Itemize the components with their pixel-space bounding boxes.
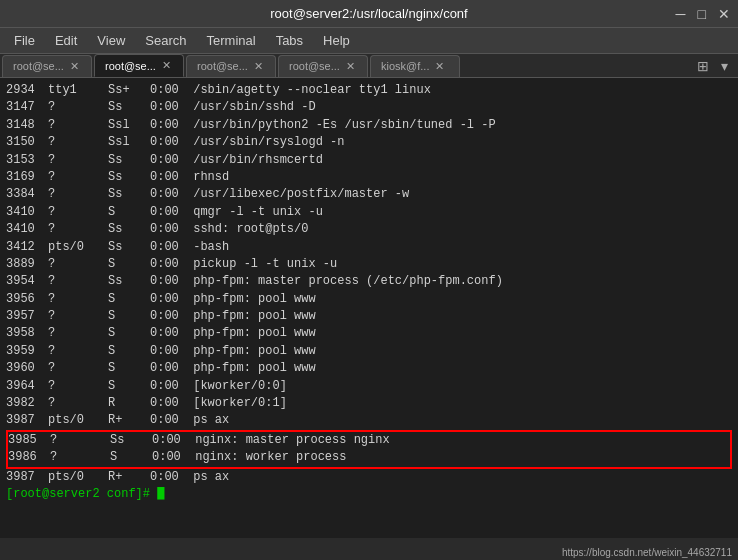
table-row: 3889 ? S 0:00 pickup -l -t unix -u xyxy=(6,256,732,273)
tab-4[interactable]: kiosk@f...✕ xyxy=(370,55,460,77)
tab-label-1: root@se... xyxy=(105,60,156,72)
title-bar: root@server2:/usr/local/nginx/conf ─ □ ✕ xyxy=(0,0,738,28)
table-row: 3956 ? S 0:00 php-fpm: pool www xyxy=(6,291,732,308)
table-row: 3985 ? Ss 0:00 nginx: master process ngi… xyxy=(8,432,730,449)
tab-close-2[interactable]: ✕ xyxy=(254,60,263,73)
terminal-prompt[interactable]: [root@server2 conf]# █ xyxy=(6,486,732,503)
table-row: 3959 ? S 0:00 php-fpm: pool www xyxy=(6,343,732,360)
table-row: 3412 pts/0 Ss 0:00 -bash xyxy=(6,239,732,256)
table-row: 3987 pts/0 R+ 0:00 ps ax xyxy=(6,469,732,486)
table-row: 3153 ? Ss 0:00 /usr/bin/rhsmcertd xyxy=(6,152,732,169)
tab-label-4: kiosk@f... xyxy=(381,60,429,72)
tab-bar: root@se...✕root@se...✕root@se...✕root@se… xyxy=(0,54,738,78)
maximize-button[interactable]: □ xyxy=(698,6,706,22)
table-row: 3148 ? Ssl 0:00 /usr/bin/python2 -Es /us… xyxy=(6,117,732,134)
new-tab-icon[interactable]: ⊞ xyxy=(693,56,713,76)
terminal-content[interactable]: 2934 tty1 Ss+ 0:00 /sbin/agetty --noclea… xyxy=(0,78,738,538)
tab-0[interactable]: root@se...✕ xyxy=(2,55,92,77)
menu-item-help[interactable]: Help xyxy=(313,30,360,51)
table-row: 3410 ? Ss 0:00 sshd: root@pts/0 xyxy=(6,221,732,238)
table-row: 3964 ? S 0:00 [kworker/0:0] xyxy=(6,378,732,395)
close-button[interactable]: ✕ xyxy=(718,6,730,22)
menu-bar: FileEditViewSearchTerminalTabsHelp xyxy=(0,28,738,54)
menu-item-tabs[interactable]: Tabs xyxy=(266,30,313,51)
minimize-button[interactable]: ─ xyxy=(676,6,686,22)
highlighted-section: 3985 ? Ss 0:00 nginx: master process ngi… xyxy=(6,430,732,469)
table-row: 3958 ? S 0:00 php-fpm: pool www xyxy=(6,325,732,342)
menu-item-view[interactable]: View xyxy=(87,30,135,51)
table-row: 3960 ? S 0:00 php-fpm: pool www xyxy=(6,360,732,377)
url-footer: https://blog.csdn.net/weixin_44632711 xyxy=(562,547,732,558)
tab-close-0[interactable]: ✕ xyxy=(70,60,79,73)
tab-close-4[interactable]: ✕ xyxy=(435,60,444,73)
tab-1[interactable]: root@se...✕ xyxy=(94,54,184,77)
tab-label-2: root@se... xyxy=(197,60,248,72)
table-row: 3982 ? R 0:00 [kworker/0:1] xyxy=(6,395,732,412)
tab-dropdown-icon[interactable]: ▾ xyxy=(717,56,732,76)
table-row: 3169 ? Ss 0:00 rhnsd xyxy=(6,169,732,186)
menu-item-edit[interactable]: Edit xyxy=(45,30,87,51)
table-row: 3147 ? Ss 0:00 /usr/sbin/sshd -D xyxy=(6,99,732,116)
menu-item-terminal[interactable]: Terminal xyxy=(197,30,266,51)
table-row: 3957 ? S 0:00 php-fpm: pool www xyxy=(6,308,732,325)
window-controls: ─ □ ✕ xyxy=(676,6,730,22)
table-row: 3150 ? Ssl 0:00 /usr/sbin/rsyslogd -n xyxy=(6,134,732,151)
table-row: 3987 pts/0 R+ 0:00 ps ax xyxy=(6,412,732,429)
table-row: 3954 ? Ss 0:00 php-fpm: master process (… xyxy=(6,273,732,290)
tab-label-0: root@se... xyxy=(13,60,64,72)
window-title: root@server2:/usr/local/nginx/conf xyxy=(270,6,467,21)
tab-2[interactable]: root@se...✕ xyxy=(186,55,276,77)
menu-item-file[interactable]: File xyxy=(4,30,45,51)
tab-close-1[interactable]: ✕ xyxy=(162,59,171,72)
tab-3[interactable]: root@se...✕ xyxy=(278,55,368,77)
table-row: 3986 ? S 0:00 nginx: worker process xyxy=(8,449,730,466)
table-row: 3410 ? S 0:00 qmgr -l -t unix -u xyxy=(6,204,732,221)
menu-item-search[interactable]: Search xyxy=(135,30,196,51)
table-row: 2934 tty1 Ss+ 0:00 /sbin/agetty --noclea… xyxy=(6,82,732,99)
tab-label-3: root@se... xyxy=(289,60,340,72)
tab-close-3[interactable]: ✕ xyxy=(346,60,355,73)
table-row: 3384 ? Ss 0:00 /usr/libexec/postfix/mast… xyxy=(6,186,732,203)
